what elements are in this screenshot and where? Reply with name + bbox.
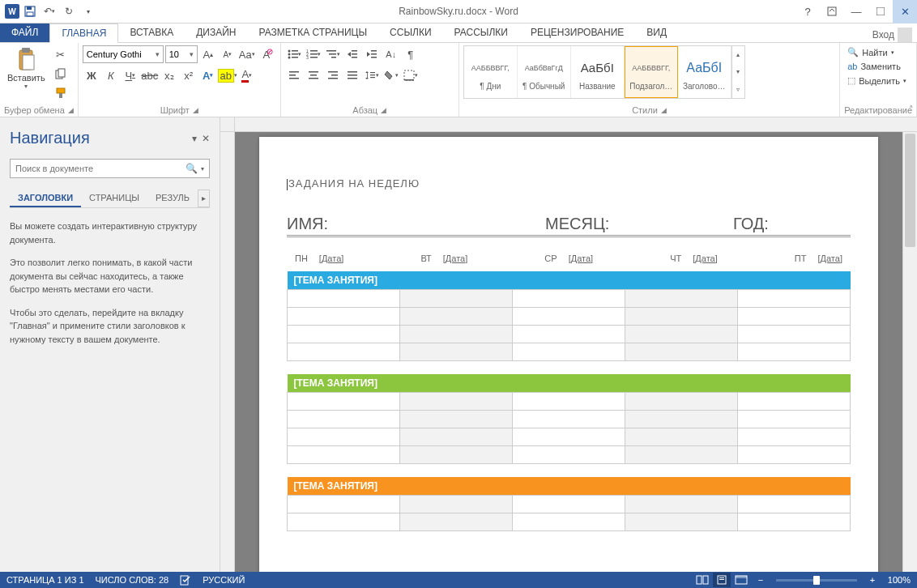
decrease-indent-button[interactable] — [343, 45, 361, 63]
horizontal-ruler[interactable] — [235, 117, 917, 132]
multilevel-list-button[interactable]: ▾ — [324, 45, 342, 63]
increase-indent-button[interactable] — [363, 45, 381, 63]
zoom-out-button[interactable]: − — [752, 573, 770, 587]
nav-search-box[interactable]: 🔍 ▾ — [10, 159, 210, 178]
nav-tab-headings[interactable]: ЗАГОЛОВКИ — [10, 190, 81, 207]
styles-dialog-launcher[interactable]: ◢ — [661, 106, 667, 114]
maximize-button[interactable] — [868, 0, 893, 23]
font-dialog-launcher[interactable]: ◢ — [193, 106, 198, 114]
select-button[interactable]: ⬚Выделить▾ — [844, 74, 910, 87]
tab-design[interactable]: ДИЗАЙН — [185, 23, 247, 42]
format-painter-button[interactable] — [52, 84, 70, 102]
tab-insert[interactable]: ВСТАВКА — [118, 23, 185, 42]
paragraph-dialog-launcher[interactable]: ◢ — [381, 106, 386, 114]
change-case-button[interactable]: Aa▾ — [238, 45, 256, 63]
scrollbar-thumb[interactable] — [905, 134, 915, 247]
font-color-button[interactable]: A▾ — [238, 66, 256, 84]
word-count[interactable]: ЧИСЛО СЛОВ: 28 — [96, 575, 169, 585]
print-layout-button[interactable] — [713, 573, 731, 587]
zoom-level[interactable]: 100% — [888, 575, 911, 585]
highlight-button[interactable]: ab▾ — [219, 66, 237, 84]
web-layout-button[interactable] — [732, 573, 750, 587]
nav-tab-pages[interactable]: СТРАНИЦЫ — [81, 190, 147, 207]
subscript-button[interactable]: x₂ — [160, 66, 178, 84]
text-effects-button[interactable]: A▾ — [199, 66, 217, 84]
tab-file[interactable]: ФАЙЛ — [0, 23, 49, 42]
document-canvas[interactable]: ЗАДАНИЯ НА НЕДЕЛЮ ИМЯ: МЕСЯЦ: ГОД: ПН[Да… — [235, 132, 902, 572]
style-item-selected[interactable]: ААББВВГГ,Подзагол… — [625, 46, 678, 98]
style-item[interactable]: АаБбІЗаголово… — [678, 46, 731, 98]
shrink-font-button[interactable]: A▾ — [219, 45, 237, 63]
vertical-ruler[interactable] — [220, 132, 235, 572]
tab-view[interactable]: ВИД — [635, 23, 678, 42]
nav-close-button[interactable]: ✕ — [202, 133, 210, 144]
page-indicator[interactable]: СТРАНИЦА 1 ИЗ 1 — [6, 575, 84, 585]
borders-button[interactable]: ▾ — [402, 66, 420, 84]
ribbon-display-options-button[interactable] — [820, 0, 844, 23]
style-item[interactable]: АаБбВвГгД¶ Обычный — [518, 46, 571, 98]
subject-header[interactable]: [ТЕМА ЗАНЯТИЯ] — [288, 374, 851, 393]
zoom-slider[interactable] — [776, 579, 857, 582]
tab-references[interactable]: ССЫЛКИ — [378, 23, 442, 42]
month-field-label[interactable]: МЕСЯЦ: — [545, 215, 733, 233]
minimize-button[interactable]: — — [844, 0, 868, 23]
find-button[interactable]: 🔍Найти▾ — [844, 45, 910, 59]
styles-gallery[interactable]: ААББВВГГ,¶ Дни АаБбВвГгД¶ Обычный АаБбІН… — [463, 45, 745, 99]
vertical-scrollbar[interactable] — [902, 132, 917, 572]
align-center-button[interactable] — [305, 66, 322, 84]
numbering-button[interactable]: 123▾ — [305, 45, 322, 63]
tab-mailings[interactable]: РАССЫЛКИ — [443, 23, 519, 42]
paste-button[interactable]: Вставить ▾ — [4, 45, 49, 92]
copy-button[interactable] — [52, 65, 70, 83]
line-spacing-button[interactable]: ▾ — [363, 66, 381, 84]
redo-button[interactable]: ↻ — [60, 2, 78, 20]
bold-button[interactable]: Ж — [83, 66, 100, 84]
save-button[interactable] — [21, 2, 39, 20]
strikethrough-button[interactable]: abc — [141, 66, 159, 84]
justify-button[interactable] — [343, 66, 361, 84]
subject-table-1[interactable]: [ТЕМА ЗАНЯТИЯ] — [287, 271, 851, 361]
clear-formatting-button[interactable]: A⊘ — [258, 45, 275, 63]
search-icon[interactable]: 🔍 — [186, 163, 198, 174]
underline-button[interactable]: Ч▾ — [122, 66, 139, 84]
bullets-button[interactable]: ▾ — [285, 45, 303, 63]
subject-header[interactable]: [ТЕМА ЗАНЯТИЯ] — [288, 477, 851, 496]
nav-tab-results[interactable]: РЕЗУЛЬ — [147, 190, 198, 207]
sort-button[interactable]: A↓ — [382, 45, 400, 63]
language-indicator[interactable]: РУССКИЙ — [203, 575, 245, 585]
font-size-combo[interactable]: 10▾ — [165, 45, 198, 63]
page[interactable]: ЗАДАНИЯ НА НЕДЕЛЮ ИМЯ: МЕСЯЦ: ГОД: ПН[Да… — [259, 137, 878, 572]
styles-gallery-more[interactable]: ▴▾▿ — [731, 46, 744, 98]
font-name-combo[interactable]: Century Gothi▾ — [83, 45, 164, 63]
tab-page-layout[interactable]: РАЗМЕТКА СТРАНИЦЫ — [248, 23, 379, 42]
undo-button[interactable]: ↶▾ — [41, 2, 58, 20]
close-button[interactable]: ✕ — [893, 0, 917, 23]
tab-home[interactable]: ГЛАВНАЯ — [49, 23, 118, 43]
zoom-in-button[interactable]: + — [864, 573, 881, 587]
style-item[interactable]: АаБбІНазвание — [571, 46, 625, 98]
subject-header[interactable]: [ТЕМА ЗАНЯТИЯ] — [288, 271, 851, 290]
nav-options-button[interactable]: ▾ — [192, 133, 197, 144]
help-button[interactable]: ? — [795, 0, 820, 23]
read-mode-button[interactable] — [693, 573, 711, 587]
sign-in-area[interactable]: Вход — [872, 28, 917, 42]
grow-font-button[interactable]: A▴ — [199, 45, 217, 63]
days-row[interactable]: ПН[Дата] ВТ[Дата] СР[Дата] ЧТ[Дата] ПТ[Д… — [287, 254, 851, 263]
style-item[interactable]: ААББВВГГ,¶ Дни — [464, 46, 518, 98]
year-field-label[interactable]: ГОД: — [733, 215, 851, 233]
align-left-button[interactable] — [285, 66, 303, 84]
align-right-button[interactable] — [324, 66, 342, 84]
search-input[interactable] — [15, 164, 186, 173]
form-header-row[interactable]: ИМЯ: МЕСЯЦ: ГОД: — [287, 215, 851, 237]
replace-button[interactable]: abЗаменить — [844, 60, 910, 73]
shading-button[interactable]: ▾ — [382, 66, 400, 84]
qat-customize-button[interactable]: ▾ — [79, 2, 97, 20]
cut-button[interactable]: ✂ — [52, 45, 70, 63]
search-options-button[interactable]: ▾ — [201, 165, 204, 173]
subject-table-2[interactable]: [ТЕМА ЗАНЯТИЯ] — [287, 374, 851, 464]
subject-table-3[interactable]: [ТЕМА ЗАНЯТИЯ] — [287, 477, 851, 531]
zoom-slider-knob[interactable] — [813, 576, 820, 585]
proofing-button[interactable] — [180, 574, 191, 586]
doc-subtitle[interactable]: ЗАДАНИЯ НА НЕДЕЛЮ — [287, 177, 851, 190]
name-field-label[interactable]: ИМЯ: — [287, 215, 545, 233]
